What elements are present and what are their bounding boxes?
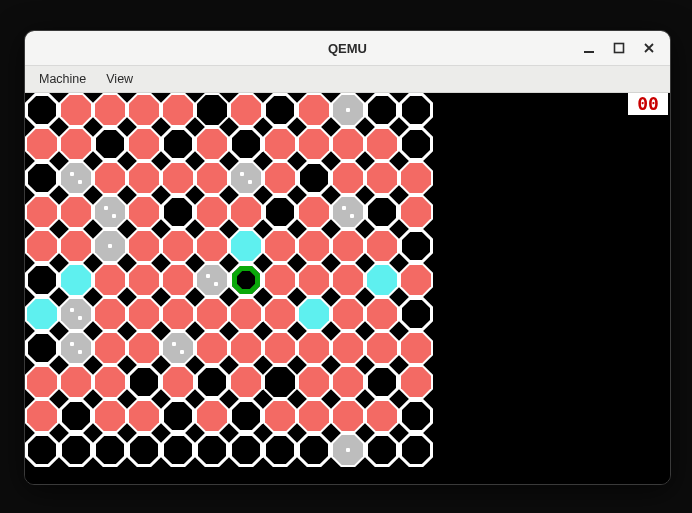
board-cell[interactable] <box>365 399 399 433</box>
board-cell[interactable] <box>93 399 127 433</box>
titlebar[interactable]: QEMU <box>25 31 670 66</box>
board-cell[interactable] <box>25 93 59 127</box>
board-cell[interactable] <box>263 399 297 433</box>
board-cell[interactable] <box>399 93 433 127</box>
board-cell[interactable] <box>365 93 399 127</box>
board-cell[interactable] <box>399 365 433 399</box>
board-cell[interactable] <box>263 433 297 467</box>
board-cell[interactable] <box>195 127 229 161</box>
board-cell[interactable] <box>127 93 161 127</box>
board-cell[interactable] <box>161 195 195 229</box>
board-cell[interactable] <box>161 229 195 263</box>
board-cell[interactable] <box>229 331 263 365</box>
board-cell[interactable] <box>93 263 127 297</box>
board-cell[interactable] <box>25 297 59 331</box>
board-cell[interactable] <box>229 161 263 195</box>
board-cell[interactable] <box>127 399 161 433</box>
board-cell[interactable] <box>399 229 433 263</box>
board-cell[interactable] <box>331 331 365 365</box>
board-cell[interactable] <box>263 331 297 365</box>
board-cell[interactable] <box>59 263 93 297</box>
board-cell[interactable] <box>297 331 331 365</box>
board-cell[interactable] <box>127 331 161 365</box>
board-cell[interactable] <box>93 195 127 229</box>
board-cell[interactable] <box>195 229 229 263</box>
board-cell[interactable] <box>161 297 195 331</box>
board-cell[interactable] <box>365 127 399 161</box>
board-cell[interactable] <box>59 297 93 331</box>
board-cell[interactable] <box>229 297 263 331</box>
board-cell[interactable] <box>229 433 263 467</box>
menu-machine[interactable]: Machine <box>29 69 96 89</box>
board-cell[interactable] <box>399 399 433 433</box>
board-cell[interactable] <box>229 127 263 161</box>
board-cell[interactable] <box>127 433 161 467</box>
board-cell[interactable] <box>161 161 195 195</box>
board-cell[interactable] <box>331 93 365 127</box>
board-cell[interactable] <box>93 331 127 365</box>
board-cell[interactable] <box>365 161 399 195</box>
board-cell[interactable] <box>127 229 161 263</box>
game-area[interactable]: 0 0 <box>25 93 670 485</box>
board-cell[interactable] <box>399 263 433 297</box>
board-cell[interactable] <box>263 127 297 161</box>
board-cell[interactable] <box>229 195 263 229</box>
board-cell[interactable] <box>25 161 59 195</box>
board-cell[interactable] <box>263 365 297 399</box>
board-cell[interactable] <box>399 297 433 331</box>
board-cell[interactable] <box>25 127 59 161</box>
board-cell[interactable] <box>229 229 263 263</box>
maximize-button[interactable] <box>604 33 634 63</box>
board-cell[interactable] <box>365 263 399 297</box>
board-cell[interactable] <box>331 263 365 297</box>
board-cell[interactable] <box>25 433 59 467</box>
board-cell[interactable] <box>399 195 433 229</box>
board-cell[interactable] <box>195 331 229 365</box>
board-cell[interactable] <box>93 127 127 161</box>
board-cell[interactable] <box>365 297 399 331</box>
board-cell[interactable] <box>229 365 263 399</box>
board-cell[interactable] <box>25 229 59 263</box>
board-cell[interactable] <box>59 161 93 195</box>
board-cell[interactable] <box>25 263 59 297</box>
board-cell[interactable] <box>365 229 399 263</box>
board-cell[interactable] <box>365 433 399 467</box>
board-cell[interactable] <box>161 263 195 297</box>
board-cell[interactable] <box>59 195 93 229</box>
board-cell[interactable] <box>263 263 297 297</box>
board-cell[interactable] <box>399 127 433 161</box>
board-cell[interactable] <box>59 331 93 365</box>
board-cell[interactable] <box>331 229 365 263</box>
board-cell[interactable] <box>59 127 93 161</box>
minimize-button[interactable] <box>574 33 604 63</box>
board-cell[interactable] <box>297 297 331 331</box>
board-cell[interactable] <box>161 331 195 365</box>
board-cell[interactable] <box>399 433 433 467</box>
board-cell[interactable] <box>93 229 127 263</box>
board-cell[interactable] <box>365 365 399 399</box>
board-cell[interactable] <box>25 399 59 433</box>
board-cell[interactable] <box>331 433 365 467</box>
board-cell[interactable] <box>195 433 229 467</box>
board-cell[interactable] <box>195 399 229 433</box>
board-cell[interactable] <box>195 195 229 229</box>
board-cell[interactable] <box>195 297 229 331</box>
board-cell[interactable] <box>93 161 127 195</box>
board-cell[interactable] <box>399 331 433 365</box>
board-cell[interactable] <box>263 297 297 331</box>
board-cell[interactable] <box>161 433 195 467</box>
board-cell[interactable] <box>59 365 93 399</box>
board-cell[interactable] <box>365 331 399 365</box>
board-cell[interactable] <box>59 93 93 127</box>
board-cell[interactable] <box>365 195 399 229</box>
board-cell[interactable] <box>331 161 365 195</box>
board-cell[interactable] <box>127 263 161 297</box>
board-cell[interactable] <box>297 161 331 195</box>
board-cell[interactable] <box>25 365 59 399</box>
menu-view[interactable]: View <box>96 69 143 89</box>
board-cell[interactable] <box>263 229 297 263</box>
board-cell[interactable] <box>93 93 127 127</box>
board-cell[interactable] <box>25 331 59 365</box>
board-cell[interactable] <box>297 195 331 229</box>
close-button[interactable] <box>634 33 664 63</box>
